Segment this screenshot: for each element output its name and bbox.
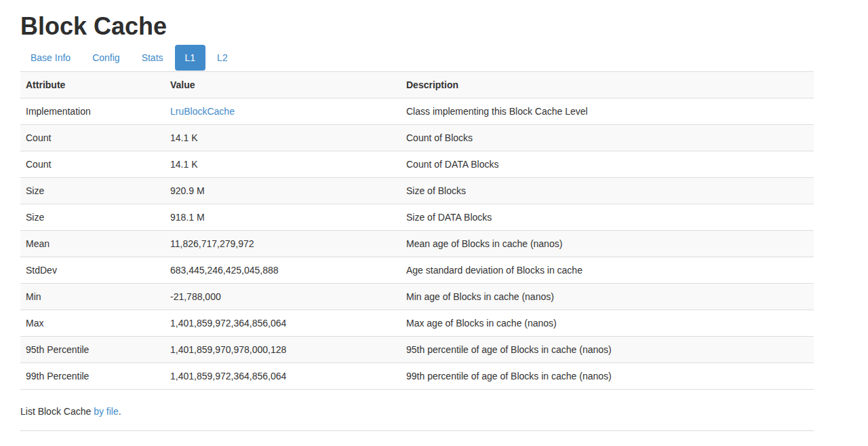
- value-cell: 1,401,859,972,364,856,064: [165, 310, 401, 337]
- value-cell: 14.1 K: [165, 151, 401, 178]
- table-row: Count14.1 KCount of DATA Blocks: [20, 151, 814, 178]
- attribute-cell: 99th Percentile: [20, 363, 165, 390]
- description-cell: Count of DATA Blocks: [401, 151, 814, 178]
- description-cell: Size of DATA Blocks: [401, 204, 814, 231]
- block-cache-tabs: Base InfoConfigStatsL1L2: [20, 45, 814, 71]
- tab-item-l1: L1: [175, 45, 206, 71]
- value-link[interactable]: LruBlockCache: [170, 106, 235, 117]
- attribute-cell: StdDev: [20, 257, 165, 284]
- tab-item-config: Config: [82, 45, 130, 71]
- table-row: Count14.1 KCount of Blocks: [20, 125, 814, 151]
- footer-note-suffix: .: [119, 406, 121, 417]
- by-file-link[interactable]: by file: [94, 406, 119, 417]
- table-row: ImplementationLruBlockCacheClass impleme…: [20, 98, 814, 125]
- description-cell: 99th percentile of age of Blocks in cach…: [401, 363, 814, 390]
- description-cell: Max age of Blocks in cache (nanos): [401, 310, 814, 337]
- description-cell: Count of Blocks: [401, 125, 814, 151]
- value-cell: 920.9 M: [165, 178, 401, 204]
- value-cell: 14.1 K: [165, 125, 401, 151]
- table-row: Mean11,826,717,279,972Mean age of Blocks…: [20, 231, 814, 257]
- value-cell: -21,788,000: [165, 284, 401, 310]
- value-cell: 918.1 M: [165, 204, 401, 231]
- value-cell: 1,401,859,970,978,000,128: [165, 337, 401, 363]
- attribute-cell: Size: [20, 204, 165, 231]
- attribute-cell: Size: [20, 178, 165, 204]
- table-row: 95th Percentile1,401,859,970,978,000,128…: [20, 337, 814, 363]
- table-row: Min-21,788,000Min age of Blocks in cache…: [20, 284, 814, 310]
- tab-item-base-info: Base Info: [20, 45, 81, 71]
- table-row: 99th Percentile1,401,859,972,364,856,064…: [20, 363, 814, 390]
- content-container: Block Cache Base InfoConfigStatsL1L2 Att…: [20, 14, 814, 431]
- attribute-cell: Count: [20, 125, 165, 151]
- value-cell: 11,826,717,279,972: [165, 231, 401, 257]
- attribute-cell: Implementation: [20, 98, 165, 125]
- table-header-row: AttributeValueDescription: [20, 72, 814, 98]
- attribute-cell: Count: [20, 151, 165, 178]
- value-cell: 683,445,246,425,045,888: [165, 257, 401, 284]
- column-header-value: Value: [165, 72, 401, 98]
- table-row: StdDev683,445,246,425,045,888Age standar…: [20, 257, 814, 284]
- tab-base-info[interactable]: Base Info: [20, 45, 81, 71]
- footer-note: List Block Cache by file.: [20, 405, 814, 418]
- column-header-description: Description: [401, 72, 814, 98]
- bottom-divider: [20, 430, 814, 431]
- description-cell: Class implementing this Block Cache Leve…: [401, 98, 814, 125]
- description-cell: 95th percentile of age of Blocks in cach…: [401, 337, 814, 363]
- description-cell: Mean age of Blocks in cache (nanos): [401, 231, 814, 257]
- block-cache-stats-table: AttributeValueDescription Implementation…: [20, 71, 814, 390]
- column-header-attribute: Attribute: [20, 72, 165, 98]
- attribute-cell: Mean: [20, 231, 165, 257]
- attribute-cell: 95th Percentile: [20, 337, 165, 363]
- description-cell: Size of Blocks: [401, 178, 814, 204]
- attribute-cell: Max: [20, 310, 165, 337]
- page-title: Block Cache: [20, 14, 814, 39]
- description-cell: Min age of Blocks in cache (nanos): [401, 284, 814, 310]
- tab-config[interactable]: Config: [82, 45, 130, 71]
- attribute-cell: Min: [20, 284, 165, 310]
- table-row: Max1,401,859,972,364,856,064Max age of B…: [20, 310, 814, 337]
- tab-stats[interactable]: Stats: [132, 45, 174, 71]
- value-cell: LruBlockCache: [165, 98, 401, 125]
- table-row: Size918.1 MSize of DATA Blocks: [20, 204, 814, 231]
- tab-l1[interactable]: L1: [175, 45, 206, 71]
- tab-l2[interactable]: L2: [207, 45, 238, 71]
- value-cell: 1,401,859,972,364,856,064: [165, 363, 401, 390]
- tab-item-l2: L2: [207, 45, 238, 71]
- page: Block Cache Base InfoConfigStatsL1L2 Att…: [0, 0, 868, 446]
- description-cell: Age standard deviation of Blocks in cach…: [401, 257, 814, 284]
- tab-item-stats: Stats: [132, 45, 174, 71]
- table-row: Size920.9 MSize of Blocks: [20, 178, 814, 204]
- footer-note-prefix: List Block Cache: [20, 406, 94, 417]
